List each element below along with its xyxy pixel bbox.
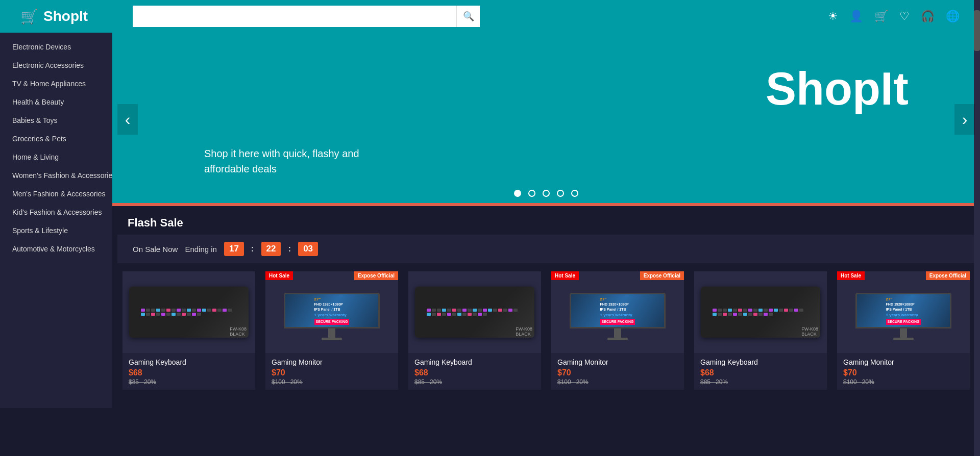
scrollbar-thumb[interactable] — [974, 10, 980, 51]
sidebar-item-tv-home-appliances[interactable]: TV & Home Appliances — [0, 74, 112, 93]
sidebar-item-automotive-motorcycles[interactable]: Automotive & Motorcycles — [0, 240, 112, 258]
product-info-3: Gaming Keyboard $68 $85 20% — [408, 353, 541, 390]
search-bar: 🔍 — [133, 6, 480, 27]
product-price-6: $70 — [843, 368, 964, 377]
product-badge-2: Expose Official — [354, 271, 398, 280]
product-card-6[interactable]: Expose Official Hot Sale 27" FHD 1920×10… — [837, 271, 970, 390]
product-price-4: $70 — [557, 368, 678, 377]
sidebar-item-sports-lifestyle[interactable]: Sports & Lifestyle — [0, 221, 112, 240]
product-info-4: Gaming Monitor $70 $100 20% — [551, 353, 684, 390]
monitor-screen-content-6: 27" FHD 1920×1080P IPS Panel / 1TB 1 yea… — [857, 294, 950, 327]
keyboard-graphic-3: FW-K08BLACK — [415, 287, 534, 338]
brightness-icon[interactable]: ☀ — [828, 10, 838, 23]
product-hotsale-badge-2: Hot Sale — [265, 271, 293, 280]
product-name-5: Gaming Keyboard — [700, 358, 821, 366]
product-price-5: $68 — [700, 368, 821, 377]
user-icon[interactable]: 👤 — [849, 10, 863, 23]
monitor-stand-4 — [614, 328, 621, 338]
main-content: Electronic Devices Electronic Accessorie… — [0, 33, 980, 408]
carousel-prev-button[interactable]: ‹ — [117, 104, 138, 135]
product-name-1: Gaming Keyboard — [129, 358, 249, 366]
product-name-4: Gaming Monitor — [557, 358, 678, 366]
product-original-5: $85 20% — [700, 378, 821, 386]
wishlist-icon[interactable]: ♡ — [899, 10, 910, 23]
sidebar-item-groceries-pets[interactable]: Groceries & Pets — [0, 130, 112, 148]
product-price-2: $70 — [272, 368, 392, 377]
flash-sale-header: Flash Sale — [112, 206, 980, 235]
timer-seconds: 03 — [298, 242, 318, 256]
timer-minutes: 22 — [261, 242, 281, 256]
monitor-screen-content-2: 27" FHD 1920×1080P IPS Panel / 1TB 1 yea… — [285, 294, 378, 327]
header-icons: ☀ 👤 🛒 ♡ 🎧 🌐 — [828, 10, 960, 23]
timer-colon-1: : — [251, 244, 254, 254]
product-name-6: Gaming Monitor — [843, 358, 964, 366]
search-input[interactable] — [133, 6, 456, 27]
product-image-2: Expose Official Hot Sale 27" FHD 1920×10… — [265, 271, 398, 353]
logo-text: ShopIt — [43, 8, 88, 24]
product-price-3: $68 — [414, 368, 535, 377]
sidebar-item-womens-fashion[interactable]: Women's Fashion & Accessories — [0, 166, 112, 185]
right-panel: ShopIt Shop it here with quick, flashy a… — [112, 33, 980, 408]
monitor-base-2 — [322, 338, 342, 340]
sidebar-item-electronic-accessories[interactable]: Electronic Accessories — [0, 56, 112, 74]
product-info-6: Gaming Monitor $70 $100 20% — [837, 353, 970, 390]
product-hotsale-badge-4: Hot Sale — [551, 271, 579, 280]
headset-icon[interactable]: 🎧 — [921, 10, 935, 23]
flash-sale-bar: On Sale Now Ending in 17 : 22 : 03 — [117, 235, 975, 263]
search-icon: 🔍 — [463, 11, 474, 22]
product-info-5: Gaming Keyboard $68 $85 20% — [694, 353, 827, 390]
product-original-1: $85 20% — [129, 378, 249, 386]
on-sale-label: On Sale Now — [133, 245, 178, 254]
timer-hours: 17 — [224, 242, 244, 256]
product-card-3[interactable]: FW-K08BLACK Gaming Keyboard $68 $85 20% — [408, 271, 541, 390]
product-info-1: Gaming Keyboard $68 $85 20% — [122, 353, 255, 390]
product-badge-4: Expose Official — [640, 271, 684, 280]
cart-logo-icon: 🛒 — [20, 8, 38, 25]
sidebar-item-health-beauty[interactable]: Health & Beauty — [0, 93, 112, 111]
product-card-1[interactable]: FW-K08BLACK Gaming Keyboard $68 $85 20% — [122, 271, 255, 390]
product-name-2: Gaming Monitor — [272, 358, 392, 366]
product-image-1: FW-K08BLACK — [122, 271, 255, 353]
flash-sale-section: Flash Sale On Sale Now Ending in 17 : 22… — [112, 206, 980, 408]
scrollbar[interactable] — [974, 0, 980, 408]
carousel-dot-2[interactable] — [528, 190, 535, 197]
product-card-2[interactable]: Expose Official Hot Sale 27" FHD 1920×10… — [265, 271, 398, 390]
product-info-2: Gaming Monitor $70 $100 20% — [265, 353, 398, 390]
sidebar-item-mens-fashion[interactable]: Men's Fashion & Accessories — [0, 185, 112, 203]
carousel-next-button[interactable]: › — [954, 104, 975, 135]
carousel-dot-1[interactable] — [514, 190, 521, 197]
product-price-1: $68 — [129, 368, 249, 377]
logo[interactable]: 🛒 ShopIt — [20, 8, 122, 25]
sidebar: Electronic Devices Electronic Accessorie… — [0, 33, 112, 408]
monitor-screen-content-4: 27" FHD 1920×1080P IPS Panel / 1TB 1 yea… — [571, 294, 664, 327]
timer-colon-2: : — [288, 244, 291, 254]
monitor-graphic-4: 27" FHD 1920×1080P IPS Panel / 1TB 1 yea… — [561, 284, 674, 340]
hero-content: ShopIt Shop it here with quick, flashy a… — [112, 42, 980, 197]
keyboard-graphic-1: FW-K08BLACK — [129, 287, 249, 338]
monitor-graphic-6: 27" FHD 1920×1080P IPS Panel / 1TB 1 yea… — [847, 284, 960, 340]
sidebar-item-home-living[interactable]: Home & Living — [0, 148, 112, 166]
product-original-2: $100 20% — [272, 378, 392, 386]
sidebar-item-kids-fashion[interactable]: Kid's Fashion & Accessories — [0, 203, 112, 221]
monitor-stand-2 — [328, 328, 335, 338]
hero-subtitle: Shop it here with quick, flashy andaffor… — [143, 146, 949, 176]
product-original-3: $85 20% — [414, 378, 535, 386]
product-image-6: Expose Official Hot Sale 27" FHD 1920×10… — [837, 271, 970, 353]
sidebar-item-electronic-devices[interactable]: Electronic Devices — [0, 38, 112, 56]
carousel-dot-3[interactable] — [543, 190, 550, 197]
cart-icon[interactable]: 🛒 — [874, 10, 888, 23]
search-button[interactable]: 🔍 — [456, 6, 480, 27]
product-image-4: Expose Official Hot Sale 27" FHD 1920×10… — [551, 271, 684, 353]
hero-title: ShopIt — [143, 63, 949, 115]
product-image-3: FW-K08BLACK — [408, 271, 541, 353]
product-card-5[interactable]: FW-K08BLACK Gaming Keyboard $68 $85 20% — [694, 271, 827, 390]
product-card-4[interactable]: Expose Official Hot Sale 27" FHD 1920×10… — [551, 271, 684, 390]
product-original-4: $100 20% — [557, 378, 678, 386]
carousel-dots — [514, 190, 578, 197]
product-hotsale-badge-6: Hot Sale — [837, 271, 865, 280]
product-name-3: Gaming Keyboard — [414, 358, 535, 366]
carousel-dot-5[interactable] — [571, 190, 578, 197]
language-icon[interactable]: 🌐 — [946, 10, 960, 23]
sidebar-item-babies-toys[interactable]: Babies & Toys — [0, 111, 112, 130]
carousel-dot-4[interactable] — [557, 190, 564, 197]
